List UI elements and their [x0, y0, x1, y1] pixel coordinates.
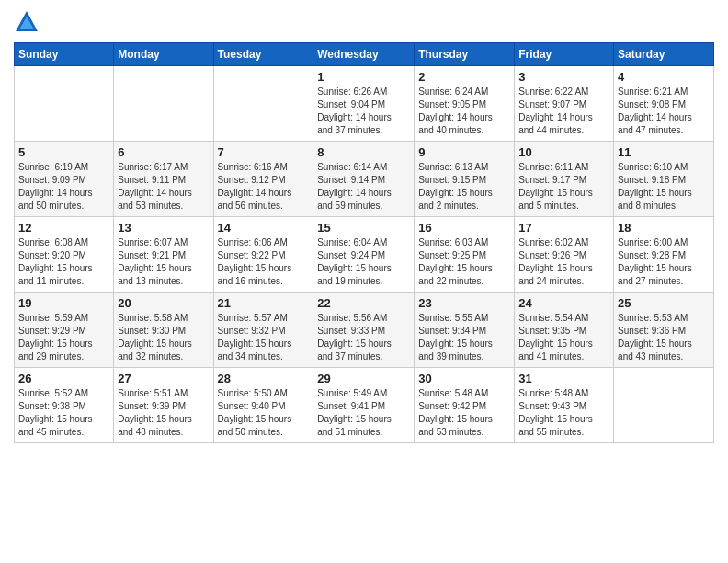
day-info: Sunrise: 6:16 AM Sunset: 9:12 PM Dayligh…	[218, 161, 310, 213]
day-number: 19	[18, 296, 109, 310]
day-info: Sunrise: 6:13 AM Sunset: 9:15 PM Dayligh…	[418, 161, 510, 213]
week-row-1: 1Sunrise: 6:26 AM Sunset: 9:04 PM Daylig…	[15, 66, 714, 142]
day-cell: 30Sunrise: 5:48 AM Sunset: 9:42 PM Dayli…	[415, 368, 515, 443]
day-number: 8	[317, 145, 410, 159]
day-number: 30	[418, 372, 510, 385]
day-number: 23	[418, 296, 510, 310]
day-number: 15	[317, 221, 410, 235]
day-number: 7	[218, 145, 310, 159]
day-info: Sunrise: 5:54 AM Sunset: 9:35 PM Dayligh…	[518, 312, 609, 363]
day-cell	[213, 66, 313, 142]
day-number: 14	[218, 221, 310, 235]
day-info: Sunrise: 5:51 AM Sunset: 9:39 PM Dayligh…	[118, 387, 209, 439]
day-info: Sunrise: 6:24 AM Sunset: 9:05 PM Dayligh…	[418, 86, 510, 137]
day-cell: 20Sunrise: 5:58 AM Sunset: 9:30 PM Dayli…	[114, 293, 213, 368]
day-info: Sunrise: 5:50 AM Sunset: 9:40 PM Dayligh…	[218, 387, 310, 439]
day-cell: 15Sunrise: 6:04 AM Sunset: 9:24 PM Dayli…	[313, 217, 415, 293]
day-info: Sunrise: 6:08 AM Sunset: 9:20 PM Dayligh…	[18, 236, 109, 288]
day-info: Sunrise: 6:06 AM Sunset: 9:22 PM Dayligh…	[218, 236, 310, 288]
day-cell: 14Sunrise: 6:06 AM Sunset: 9:22 PM Dayli…	[213, 217, 313, 293]
day-info: Sunrise: 5:57 AM Sunset: 9:32 PM Dayligh…	[218, 312, 310, 363]
day-cell: 27Sunrise: 5:51 AM Sunset: 9:39 PM Dayli…	[114, 368, 213, 443]
day-info: Sunrise: 6:19 AM Sunset: 9:09 PM Dayligh…	[18, 161, 109, 213]
day-number: 12	[18, 221, 109, 235]
day-cell	[114, 66, 213, 142]
calendar-header-sunday: Sunday	[15, 43, 114, 66]
day-number: 26	[18, 372, 109, 385]
day-cell: 12Sunrise: 6:08 AM Sunset: 9:20 PM Dayli…	[15, 217, 114, 293]
day-number: 18	[618, 221, 710, 235]
day-cell: 1Sunrise: 6:26 AM Sunset: 9:04 PM Daylig…	[313, 66, 415, 142]
day-info: Sunrise: 6:03 AM Sunset: 9:25 PM Dayligh…	[418, 236, 510, 288]
calendar-header-wednesday: Wednesday	[313, 43, 415, 66]
day-number: 9	[418, 145, 510, 159]
day-info: Sunrise: 6:11 AM Sunset: 9:17 PM Dayligh…	[518, 161, 609, 213]
day-number: 1	[317, 70, 410, 84]
day-info: Sunrise: 5:58 AM Sunset: 9:30 PM Dayligh…	[118, 312, 209, 363]
day-number: 10	[518, 145, 609, 159]
day-info: Sunrise: 6:10 AM Sunset: 9:18 PM Dayligh…	[618, 161, 710, 213]
day-cell: 7Sunrise: 6:16 AM Sunset: 9:12 PM Daylig…	[213, 142, 313, 217]
day-info: Sunrise: 6:26 AM Sunset: 9:04 PM Dayligh…	[317, 86, 410, 137]
day-info: Sunrise: 6:00 AM Sunset: 9:28 PM Dayligh…	[618, 236, 710, 288]
day-number: 6	[118, 145, 209, 159]
day-info: Sunrise: 6:21 AM Sunset: 9:08 PM Dayligh…	[618, 86, 710, 137]
day-number: 25	[618, 296, 710, 310]
day-cell: 23Sunrise: 5:55 AM Sunset: 9:34 PM Dayli…	[415, 293, 515, 368]
day-number: 29	[317, 372, 410, 385]
day-number: 11	[618, 145, 710, 159]
week-row-5: 26Sunrise: 5:52 AM Sunset: 9:38 PM Dayli…	[15, 368, 714, 443]
day-info: Sunrise: 6:17 AM Sunset: 9:11 PM Dayligh…	[118, 161, 209, 213]
day-cell: 5Sunrise: 6:19 AM Sunset: 9:09 PM Daylig…	[15, 142, 114, 217]
day-cell: 10Sunrise: 6:11 AM Sunset: 9:17 PM Dayli…	[515, 142, 614, 217]
day-cell: 26Sunrise: 5:52 AM Sunset: 9:38 PM Dayli…	[15, 368, 114, 443]
calendar-header-row: SundayMondayTuesdayWednesdayThursdayFrid…	[15, 43, 714, 66]
day-cell: 25Sunrise: 5:53 AM Sunset: 9:36 PM Dayli…	[614, 293, 714, 368]
day-info: Sunrise: 5:53 AM Sunset: 9:36 PM Dayligh…	[618, 312, 710, 363]
day-cell: 2Sunrise: 6:24 AM Sunset: 9:05 PM Daylig…	[415, 66, 515, 142]
day-info: Sunrise: 5:48 AM Sunset: 9:43 PM Dayligh…	[518, 387, 609, 439]
day-number: 24	[518, 296, 609, 310]
day-number: 5	[18, 145, 109, 159]
logo	[14, 9, 43, 35]
week-row-4: 19Sunrise: 5:59 AM Sunset: 9:29 PM Dayli…	[15, 293, 714, 368]
calendar-header-monday: Monday	[114, 43, 213, 66]
week-row-3: 12Sunrise: 6:08 AM Sunset: 9:20 PM Dayli…	[15, 217, 714, 293]
day-cell: 8Sunrise: 6:14 AM Sunset: 9:14 PM Daylig…	[313, 142, 415, 217]
day-number: 27	[118, 372, 209, 385]
day-number: 31	[518, 372, 609, 385]
day-info: Sunrise: 5:48 AM Sunset: 9:42 PM Dayligh…	[418, 387, 510, 439]
calendar-header-friday: Friday	[515, 43, 614, 66]
day-info: Sunrise: 6:22 AM Sunset: 9:07 PM Dayligh…	[518, 86, 609, 137]
day-number: 13	[118, 221, 209, 235]
day-cell: 29Sunrise: 5:49 AM Sunset: 9:41 PM Dayli…	[313, 368, 415, 443]
day-cell: 19Sunrise: 5:59 AM Sunset: 9:29 PM Dayli…	[15, 293, 114, 368]
day-cell: 31Sunrise: 5:48 AM Sunset: 9:43 PM Dayli…	[515, 368, 614, 443]
day-info: Sunrise: 5:52 AM Sunset: 9:38 PM Dayligh…	[18, 387, 109, 439]
day-cell: 11Sunrise: 6:10 AM Sunset: 9:18 PM Dayli…	[614, 142, 714, 217]
week-row-2: 5Sunrise: 6:19 AM Sunset: 9:09 PM Daylig…	[15, 142, 714, 217]
day-cell: 24Sunrise: 5:54 AM Sunset: 9:35 PM Dayli…	[515, 293, 614, 368]
day-cell: 6Sunrise: 6:17 AM Sunset: 9:11 PM Daylig…	[114, 142, 213, 217]
day-number: 3	[518, 70, 609, 84]
day-cell: 3Sunrise: 6:22 AM Sunset: 9:07 PM Daylig…	[515, 66, 614, 142]
day-number: 17	[518, 221, 609, 235]
day-cell: 9Sunrise: 6:13 AM Sunset: 9:15 PM Daylig…	[415, 142, 515, 217]
day-number: 2	[418, 70, 510, 84]
header	[14, 9, 714, 35]
day-cell: 4Sunrise: 6:21 AM Sunset: 9:08 PM Daylig…	[614, 66, 714, 142]
day-number: 21	[218, 296, 310, 310]
day-info: Sunrise: 5:49 AM Sunset: 9:41 PM Dayligh…	[317, 387, 410, 439]
day-info: Sunrise: 6:14 AM Sunset: 9:14 PM Dayligh…	[317, 161, 410, 213]
calendar-header-thursday: Thursday	[415, 43, 515, 66]
calendar-page: SundayMondayTuesdayWednesdayThursdayFrid…	[0, 0, 728, 563]
calendar-header-tuesday: Tuesday	[213, 43, 313, 66]
day-number: 28	[218, 372, 310, 385]
day-info: Sunrise: 5:55 AM Sunset: 9:34 PM Dayligh…	[418, 312, 510, 363]
day-info: Sunrise: 6:02 AM Sunset: 9:26 PM Dayligh…	[518, 236, 609, 288]
day-cell: 18Sunrise: 6:00 AM Sunset: 9:28 PM Dayli…	[614, 217, 714, 293]
day-cell: 16Sunrise: 6:03 AM Sunset: 9:25 PM Dayli…	[415, 217, 515, 293]
day-number: 22	[317, 296, 410, 310]
day-cell: 17Sunrise: 6:02 AM Sunset: 9:26 PM Dayli…	[515, 217, 614, 293]
day-info: Sunrise: 6:04 AM Sunset: 9:24 PM Dayligh…	[317, 236, 410, 288]
